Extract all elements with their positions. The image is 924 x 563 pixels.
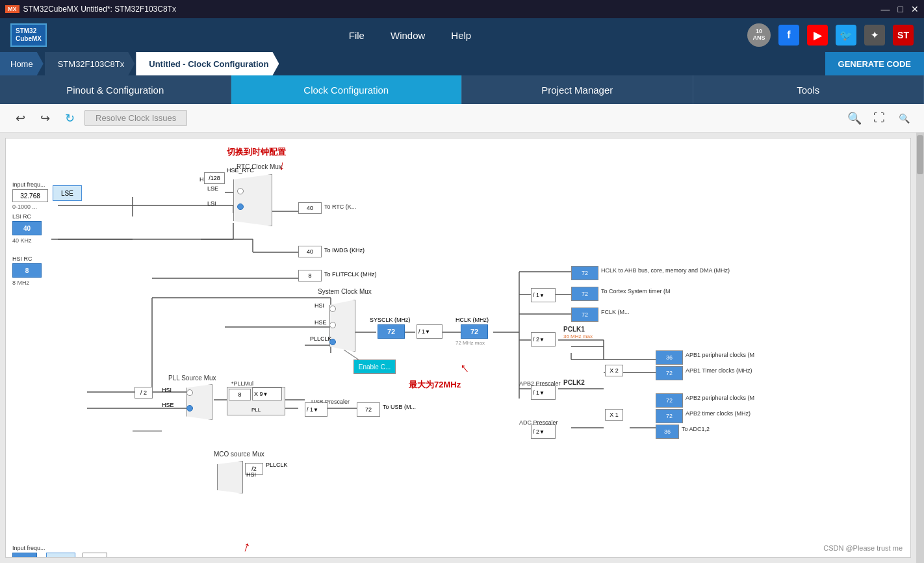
- undo-button[interactable]: ↩: [10, 109, 30, 128]
- menu-file[interactable]: File: [349, 30, 365, 41]
- zoom-out-button[interactable]: 🔍: [894, 109, 914, 128]
- pll-text: PLL: [227, 407, 285, 413]
- network-icon[interactable]: ✦: [864, 25, 885, 46]
- fit-screen-button[interactable]: ⛶: [869, 109, 889, 128]
- radio-hse-pll[interactable]: [186, 405, 193, 412]
- hclk-box[interactable]: 72: [461, 324, 488, 339]
- apb2-peripheral-box[interactable]: 72: [656, 393, 683, 408]
- maximize-button[interactable]: □: [898, 4, 903, 14]
- redo-button[interactable]: ↪: [35, 109, 55, 128]
- cortex-prescaler-select[interactable]: / 1▼: [531, 288, 556, 302]
- radio-hsi-sys[interactable]: [329, 306, 336, 312]
- adc-label: To ADC1,2: [682, 426, 710, 432]
- close-button[interactable]: ✕: [911, 4, 919, 14]
- hsi-rc-label: HSI RC: [12, 255, 32, 262]
- apb2-prescaler-select[interactable]: / 1▼: [531, 386, 556, 400]
- scrollbar-thumb[interactable]: [917, 135, 923, 174]
- radio-pllclk-sys[interactable]: [329, 339, 336, 345]
- input-freq-range: 0-1000 ...: [12, 203, 37, 210]
- fclk-box[interactable]: 72: [571, 308, 598, 322]
- hclk-ahb-box[interactable]: 72: [571, 266, 598, 280]
- enable-css-button[interactable]: Enable C...: [353, 360, 396, 374]
- pclk1-label: PCLK1: [563, 326, 585, 333]
- rtc-clock-mux-shape[interactable]: [233, 174, 272, 226]
- ahb-prescaler-select[interactable]: / 1▼: [417, 324, 443, 339]
- div2-hsi-box[interactable]: / 2: [135, 387, 153, 399]
- menu-window[interactable]: Window: [391, 30, 425, 41]
- lsi-rc-box[interactable]: 40: [12, 221, 42, 235]
- watermark: CSDN @Please trust me: [823, 544, 903, 552]
- to-flitfclk-box[interactable]: 8: [298, 270, 322, 282]
- sysclk-box[interactable]: 72: [378, 324, 405, 339]
- hsi-mco-label: HSI: [246, 471, 256, 478]
- apb2-timer-label: APB2 timer clocks (MHz): [686, 410, 751, 417]
- hsi-rc-box[interactable]: 8: [12, 263, 42, 278]
- cortex-timer-box[interactable]: 72: [571, 287, 598, 301]
- div128-box[interactable]: /128: [204, 172, 225, 184]
- pll-val-box[interactable]: 8: [229, 389, 251, 400]
- tab-project[interactable]: Project Manager: [462, 75, 693, 104]
- lsi-rc-unit: 40 KHz: [12, 237, 32, 244]
- crumb-device[interactable]: STM32F103C8Tx: [45, 52, 135, 75]
- annotation-switch-clock: 切换到时钟配置: [227, 146, 286, 158]
- hclk-ahb-label: HCLK to AHB bus, core, memory and DMA (M…: [601, 267, 730, 274]
- twitter-icon[interactable]: 🐦: [836, 25, 856, 46]
- generate-code-button[interactable]: GENERATE CODE: [825, 52, 924, 75]
- hse-rtc-mux-label: HSE_RTC: [227, 167, 254, 174]
- lse-block[interactable]: LSE: [53, 185, 82, 201]
- to-flitfclk-label: To FLITFCLK (MHz): [324, 271, 377, 278]
- pll-mul-box[interactable]: 8 X 9▼ PLL: [227, 387, 285, 415]
- lsi-rc-label: LSI RC: [12, 213, 31, 220]
- hsi-sys-label: HSI: [314, 302, 324, 309]
- tab-clock[interactable]: Clock Configuration: [231, 75, 463, 104]
- resolve-clock-issues-button[interactable]: Resolve Clock Issues: [84, 110, 187, 126]
- apb1-max-label: 36 MHz max: [563, 334, 593, 339]
- input-freq-lse-label: Input frequ...: [12, 181, 45, 188]
- adc-val-box[interactable]: 36: [656, 425, 679, 439]
- pllclk-mco-label: PLLCLK: [266, 462, 288, 468]
- mco-source-mux[interactable]: [217, 461, 243, 493]
- crumb-home[interactable]: Home: [0, 52, 44, 75]
- diagram-area[interactable]: 切换到时钟配置 ↓ RTC Clock Mux HSE /128 HSE_RTC…: [5, 138, 911, 558]
- scrollbar-right[interactable]: [916, 133, 924, 563]
- apb1-prescaler-select[interactable]: / 2▼: [531, 332, 556, 347]
- adc-prescaler-select[interactable]: / 2▼: [531, 425, 556, 439]
- pll-mul-select[interactable]: X 9▼: [252, 387, 282, 400]
- youtube-icon[interactable]: ▶: [807, 25, 828, 46]
- annotation-max-72: 最大为72MHz: [409, 379, 461, 391]
- facebook-icon[interactable]: f: [778, 25, 799, 46]
- to-iwdg-box[interactable]: 40: [298, 246, 322, 257]
- hse-div1-select[interactable]: / 1▼: [83, 553, 107, 558]
- x2-box[interactable]: X 2: [605, 365, 623, 376]
- radio-lsi[interactable]: [237, 203, 244, 210]
- apb1-timer-box[interactable]: 72: [656, 366, 683, 380]
- crumb-active[interactable]: Untitled - Clock Configuration: [136, 52, 279, 75]
- menu-help[interactable]: Help: [451, 30, 471, 41]
- x1-box[interactable]: X 1: [605, 409, 623, 421]
- menu-items: File Window Help: [73, 30, 747, 41]
- apb2-peripheral-label: APB2 peripheral clocks (M: [686, 395, 754, 401]
- apb2-timer-box[interactable]: 72: [656, 409, 683, 423]
- radio-hse-sys[interactable]: [329, 322, 336, 328]
- usb-val-box[interactable]: 72: [357, 402, 380, 417]
- st-logo[interactable]: ST: [893, 25, 914, 46]
- input-freq-hse-box[interactable]: 8: [12, 553, 37, 558]
- input-freq-lse-box[interactable]: 32.768: [12, 189, 48, 202]
- window-controls[interactable]: — □ ✕: [881, 4, 919, 14]
- hse-block[interactable]: HSE: [46, 553, 75, 558]
- zoom-in-button[interactable]: 🔍: [845, 109, 864, 128]
- radio-hsi-pll[interactable]: [186, 389, 193, 396]
- apb1-peripheral-label: APB1 peripheral clocks (M: [686, 352, 754, 358]
- menu-bar: STM32CubeMX File Window Help 10ANS f ▶ 🐦…: [0, 18, 924, 52]
- hsi-pll-label: HSI: [162, 387, 172, 393]
- cortex-timer-label: To Cortex System timer (M: [601, 288, 671, 295]
- tab-tools[interactable]: Tools: [693, 75, 925, 104]
- usb-prescaler-select[interactable]: / 1▼: [305, 402, 327, 417]
- tab-pinout[interactable]: Pinout & Configuration: [0, 75, 231, 104]
- to-rtc-box[interactable]: 40: [298, 202, 322, 214]
- minimize-button[interactable]: —: [881, 4, 890, 14]
- refresh-button[interactable]: ↻: [60, 109, 79, 128]
- apb1-peripheral-box[interactable]: 36: [656, 350, 683, 365]
- logo-area: STM32CubeMX: [10, 23, 47, 47]
- radio-lse[interactable]: [237, 188, 244, 194]
